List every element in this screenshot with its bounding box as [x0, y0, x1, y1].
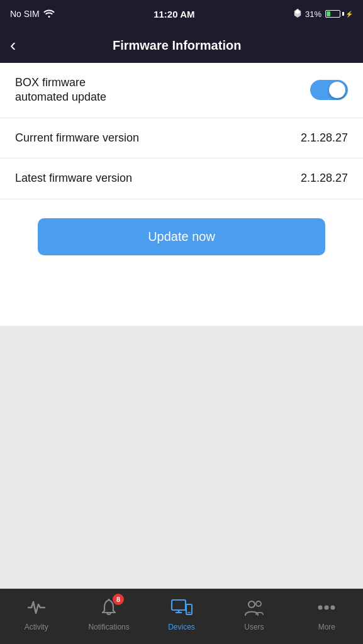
tab-activity-label: Activity [25, 623, 48, 631]
nav-header: ‹ Firmware Information [0, 28, 363, 63]
status-right: 31% ⚡ [294, 9, 353, 19]
tab-activity[interactable]: Activity [0, 596, 72, 631]
svg-point-8 [318, 605, 323, 609]
gray-area [0, 326, 363, 589]
tab-more-label: More [318, 623, 335, 631]
update-now-button[interactable]: Update now [38, 218, 325, 255]
notification-badge: 8 [113, 594, 124, 605]
svg-point-10 [331, 605, 335, 609]
devices-icon [170, 599, 193, 616]
svg-rect-1 [172, 600, 186, 610]
automated-update-toggle[interactable] [310, 80, 348, 100]
automated-update-label: BOX firmwareautomated update [15, 75, 106, 105]
tab-bar: Activity 8 Notifications Dev [0, 589, 363, 644]
latest-version-label: Latest firmware version [15, 171, 132, 186]
svg-point-6 [249, 601, 255, 608]
charging-icon: ⚡ [345, 11, 353, 18]
status-time: 11:20 AM [154, 9, 194, 19]
svg-point-7 [256, 601, 261, 606]
tab-notifications-icon-wrap: 8 [98, 596, 120, 619]
status-bar: No SIM 11:20 AM 31% ⚡ [0, 0, 363, 28]
current-version-row: Current firmware version 2.1.28.27 [0, 118, 363, 158]
tab-users[interactable]: Users [218, 596, 290, 631]
current-version-label: Current firmware version [15, 131, 139, 145]
location-icon [294, 9, 301, 19]
tab-users-label: Users [244, 623, 264, 631]
activity-icon [27, 599, 46, 616]
toggle-track [310, 80, 348, 100]
tab-devices[interactable]: Devices [145, 596, 218, 631]
back-button[interactable]: ‹ [10, 34, 21, 57]
tab-notifications[interactable]: 8 Notifications [72, 596, 145, 631]
wifi-icon [43, 9, 55, 19]
tab-notifications-label: Notifications [88, 623, 129, 631]
tab-devices-icon-wrap [170, 596, 193, 619]
update-section: Update now [0, 199, 363, 274]
carrier-label: No SIM [10, 9, 40, 19]
toggle-thumb [329, 82, 345, 98]
svg-point-9 [325, 605, 329, 609]
content-area: BOX firmwareautomated update Current fir… [0, 63, 363, 326]
tab-devices-label: Devices [168, 623, 195, 631]
latest-version-row: Latest firmware version 2.1.28.27 [0, 158, 363, 199]
page-title: Firmware Information [21, 38, 333, 53]
battery-indicator: ⚡ [325, 10, 353, 18]
latest-version-value: 2.1.28.27 [301, 172, 348, 185]
tab-users-icon-wrap [243, 596, 265, 619]
automated-update-row: BOX firmwareautomated update [0, 63, 363, 118]
status-left: No SIM [10, 9, 55, 19]
tab-activity-icon-wrap [25, 596, 48, 619]
settings-section: BOX firmwareautomated update Current fir… [0, 63, 363, 274]
users-icon [245, 599, 264, 616]
more-dots-icon [317, 604, 336, 611]
tab-more-icon-wrap [315, 596, 338, 619]
current-version-value: 2.1.28.27 [301, 131, 348, 145]
tab-more[interactable]: More [291, 596, 363, 631]
battery-percent: 31% [305, 9, 321, 19]
